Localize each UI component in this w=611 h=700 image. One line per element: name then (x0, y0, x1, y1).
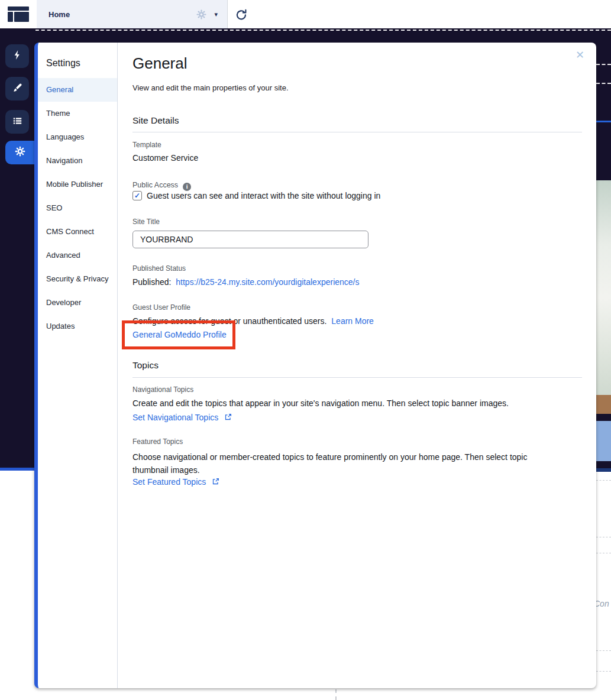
chevron-down-icon[interactable]: ▾ (214, 11, 218, 18)
public-access-label: Public Access (132, 181, 178, 189)
template-label: Template (132, 141, 161, 149)
external-link-icon (212, 477, 219, 487)
preview-dashed-guide (596, 480, 611, 481)
site-details-heading: Site Details (132, 115, 179, 126)
top-bar: Home ▾ (0, 0, 611, 28)
menu-item-cms-connect[interactable]: CMS Connect (38, 220, 117, 244)
preview-section-border (596, 468, 611, 472)
preview-dashed-guide (596, 671, 611, 672)
preview-dashed-guide (0, 30, 611, 31)
external-link-icon (224, 413, 232, 423)
theme-editor-button[interactable] (5, 77, 29, 101)
settings-button[interactable] (5, 141, 34, 164)
refresh-icon[interactable] (234, 8, 248, 22)
public-access-row: Public Accessi (132, 179, 191, 191)
settings-menu-title: Settings (46, 58, 80, 69)
components-button[interactable] (5, 110, 29, 134)
preview-dashed-guide (596, 83, 611, 84)
guest-user-profile-label: Guest User Profile (132, 303, 190, 312)
set-navigational-topics-row: Set Navigational Topics (132, 412, 232, 423)
menu-item-advanced[interactable]: Advanced (38, 244, 117, 267)
set-featured-topics-link[interactable]: Set Featured Topics (132, 477, 206, 487)
page-settings-gear-icon[interactable] (196, 9, 207, 20)
divider (132, 377, 582, 378)
topics-heading: Topics (132, 360, 159, 371)
site-title-label: Site Title (132, 218, 160, 226)
set-navigational-topics-link[interactable]: Set Navigational Topics (132, 413, 218, 422)
published-status-row: Published: https://b25-24.my.site.com/yo… (132, 277, 360, 287)
page-tab-label: Home (49, 10, 70, 19)
preview-dark-strip (596, 414, 611, 421)
divider (132, 132, 582, 132)
featured-topics-label: Featured Topics (132, 438, 183, 446)
menu-item-languages[interactable]: Languages (38, 125, 117, 149)
menu-item-mobile-publisher[interactable]: Mobile Publisher (38, 173, 117, 196)
menu-item-general[interactable]: General (38, 78, 117, 102)
preview-hero-image (596, 180, 611, 395)
preview-dashed-guide (335, 689, 337, 700)
preview-image-strip (596, 395, 611, 414)
preview-section-border (596, 121, 611, 122)
navigational-topics-desc: Create and edit the topics that appear i… (132, 398, 570, 408)
preview-dashed-guide (596, 537, 611, 537)
lightning-icon (11, 49, 23, 63)
page-tab-home[interactable]: Home ▾ (37, 0, 228, 28)
highlight-annotation-rectangle (122, 320, 235, 349)
experience-builder-logo-icon (7, 5, 30, 23)
published-url-link[interactable]: https://b25-24.my.site.com/yourdigitalex… (176, 277, 359, 287)
gear-icon (14, 145, 26, 160)
menu-item-updates[interactable]: Updates (38, 315, 117, 338)
quick-actions-button[interactable] (5, 44, 29, 68)
public-access-checkbox[interactable]: ✓ (132, 191, 142, 200)
public-access-option: ✓ Guest users can see and interact with … (132, 191, 380, 200)
featured-topics-desc: Choose navigational or member-created to… (132, 451, 549, 477)
preview-section-border (0, 468, 35, 471)
preview-dashed-guide (596, 64, 611, 65)
menu-item-theme[interactable]: Theme (38, 102, 117, 125)
preview-dark-strip (596, 461, 611, 468)
settings-modal: Settings General Theme Languages Navigat… (34, 43, 596, 688)
set-featured-topics-row: Set Featured Topics (132, 477, 219, 488)
brush-icon (12, 82, 23, 96)
general-settings-panel: ✕ General View and edit the main propert… (118, 43, 596, 688)
public-access-checkbox-label: Guest users can see and interact with th… (147, 191, 380, 200)
preview-dashed-guide (596, 650, 611, 651)
page-title: General (132, 54, 187, 73)
template-value: Customer Service (132, 153, 198, 163)
info-icon[interactable]: i (183, 183, 191, 191)
settings-menu: Settings General Theme Languages Navigat… (38, 43, 118, 688)
menu-item-developer[interactable]: Developer (38, 291, 117, 315)
preview-dashed-guide (596, 553, 611, 553)
menu-item-seo[interactable]: SEO (38, 196, 117, 220)
navigational-topics-label: Navigational Topics (132, 385, 193, 394)
published-prefix: Published: (132, 277, 171, 287)
close-icon[interactable]: ✕ (576, 50, 584, 60)
learn-more-link[interactable]: Learn More (331, 316, 374, 326)
published-status-label: Published Status (132, 264, 186, 273)
site-title-input[interactable] (132, 231, 368, 248)
menu-item-security-privacy[interactable]: Security & Privacy (38, 267, 117, 291)
page-subtitle: View and edit the main properties of you… (132, 83, 289, 92)
menu-item-navigation[interactable]: Navigation (38, 149, 117, 173)
preview-blue-strip (596, 421, 611, 461)
list-icon (12, 115, 23, 129)
